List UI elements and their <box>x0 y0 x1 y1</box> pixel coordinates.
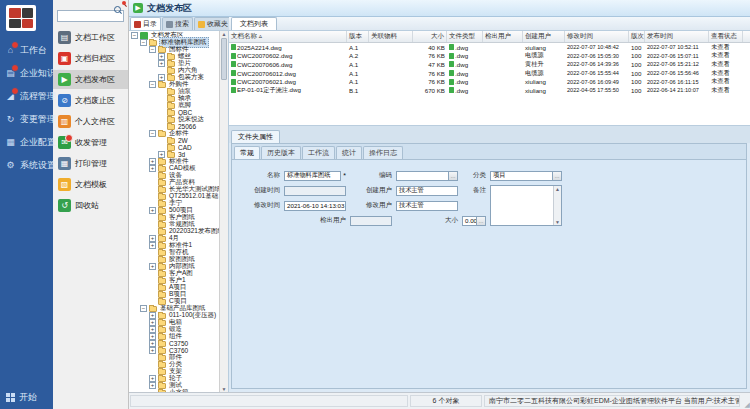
tree-node[interactable]: −外购件 <box>129 81 219 88</box>
column-header[interactable]: 文件类型 <box>447 31 483 42</box>
table-cell: 100 <box>629 70 645 77</box>
tree-expander[interactable]: + <box>149 333 156 340</box>
code-field[interactable]: … <box>396 171 458 181</box>
tree-expander[interactable]: + <box>158 74 165 81</box>
tree-node[interactable]: QBC <box>129 109 219 116</box>
tree-expander[interactable]: + <box>149 375 156 382</box>
tree-expander[interactable]: + <box>149 340 156 347</box>
column-header[interactable]: 关联物料 <box>369 31 413 42</box>
column-header[interactable]: 版次 <box>629 31 645 42</box>
tree-expander[interactable]: + <box>149 382 156 389</box>
tree-expander[interactable]: + <box>149 165 156 172</box>
tree-tab-2[interactable]: 搜索 <box>162 17 193 30</box>
tree-expander[interactable]: + <box>158 60 165 67</box>
tree-node[interactable]: 底脚 <box>129 102 219 109</box>
tree-node[interactable]: +组件 <box>129 333 219 340</box>
sidebar-item-2[interactable]: ▤企业知识库 <box>0 62 53 85</box>
size-field[interactable]: 0.00 MB… <box>462 216 486 226</box>
column-header[interactable]: 文档名称 ▵ <box>229 31 347 42</box>
column-header[interactable]: 创建用户 <box>523 31 565 42</box>
tree-expander[interactable]: + <box>158 151 165 158</box>
workspace-item-3[interactable]: ▶文档发布区 <box>53 70 128 89</box>
category-field[interactable]: 项目… <box>490 171 562 181</box>
workspace-item-2[interactable]: ▣文档归档区 <box>53 49 128 68</box>
workspace-item-6[interactable]: ✉收发管理 <box>53 133 128 152</box>
tree-expander[interactable]: + <box>149 242 156 249</box>
tree-node[interactable]: −企标件 <box>129 130 219 137</box>
table-row[interactable]: EP-01-01定子浇注.dwgB.1670 KB.dwgxiuliang202… <box>229 86 750 95</box>
tree-expander[interactable]: − <box>140 305 147 312</box>
tree-tab-1[interactable]: 目录 <box>130 17 161 30</box>
properties-sub-tab-4[interactable]: 统计 <box>336 146 362 159</box>
tree-expander[interactable]: + <box>149 347 156 354</box>
workspace-item-8[interactable]: ▧文档模板 <box>53 175 128 194</box>
tree-expander[interactable]: + <box>149 263 156 270</box>
name-field[interactable]: 标准物料库图纸 <box>284 171 341 181</box>
tree-expander[interactable]: + <box>149 312 156 319</box>
tree-expander[interactable]: + <box>149 235 156 242</box>
tree-node[interactable]: CAD <box>129 144 219 151</box>
tree-expander[interactable]: − <box>131 32 138 39</box>
scroll-thumb[interactable] <box>221 38 227 80</box>
tree-node[interactable]: +3d <box>129 151 219 158</box>
properties-sub-tab-1[interactable]: 常规 <box>234 146 260 159</box>
tree-node[interactable]: +包装方案 <box>129 74 219 81</box>
sidebar-item-4[interactable]: ↻变更管理 <box>0 108 53 131</box>
sidebar-item-1[interactable]: ⌂工作台 <box>0 39 53 62</box>
size-browse-button[interactable]: … <box>476 217 485 225</box>
tree-scrollbar[interactable]: ▲ ▼ <box>219 31 228 392</box>
tree-node[interactable]: 2W <box>129 137 219 144</box>
scroll-up-icon[interactable]: ▲ <box>222 31 227 37</box>
workspace-item-5[interactable]: ▥个人文件区 <box>53 112 128 131</box>
tree-expander[interactable]: + <box>149 158 156 165</box>
workspace-item-1[interactable]: ▤文档工作区 <box>53 28 128 47</box>
column-header[interactable]: 修改时间 <box>565 31 629 42</box>
remark-field[interactable]: ▲▼ <box>490 185 562 226</box>
remark-scrollbar[interactable]: ▲▼ <box>553 186 561 225</box>
table-row[interactable]: CWC200706012.dwgA.176 KB.dwg电缆源2022-07-0… <box>229 69 750 78</box>
properties-sub-tab-5[interactable]: 操作日志 <box>363 146 403 159</box>
table-row[interactable]: CWC200706021.dwgA.176 KB.dwgxiuliang2022… <box>229 77 750 86</box>
table-row[interactable]: CWC20070606.dwgA.147 KB.dwg黄桂升2022-07-06… <box>229 60 750 69</box>
workspace-item-7[interactable]: ▦打印管理 <box>53 154 128 173</box>
start-button[interactable]: 开始 <box>0 386 53 409</box>
tree-expander[interactable]: − <box>140 39 147 46</box>
tree-indent <box>149 200 156 207</box>
code-browse-button[interactable]: … <box>448 172 457 180</box>
tree-node[interactable]: 轴承 <box>129 95 219 102</box>
tree-tab-3[interactable]: 收藏夹 <box>194 17 232 30</box>
properties-sub-tab-3[interactable]: 工作流 <box>302 146 335 159</box>
properties-sub-tab-2[interactable]: 历史版本 <box>261 146 301 159</box>
tree-node[interactable]: +垫片 <box>129 60 219 67</box>
tab-folder-properties[interactable]: 文件夹属性 <box>231 130 280 143</box>
tree-expander[interactable]: − <box>149 81 156 88</box>
category-browse-button[interactable]: … <box>552 172 561 180</box>
table-row[interactable]: 2025A2214.dwgA.140 KB.dwgxiuliang2022-07… <box>229 43 750 52</box>
tab-doc-list[interactable]: 文档列表 <box>231 17 277 30</box>
workspace-item-4[interactable]: ⊘文档废止区 <box>53 91 128 110</box>
table-row[interactable]: CWC20070602.dwgA.276 KB.dwg电缆源2022-07-06… <box>229 52 750 61</box>
search-icon[interactable] <box>114 6 121 13</box>
sidebar-item-5[interactable]: ▦企业配置 <box>0 131 53 154</box>
tree-node[interactable]: +螺丝 <box>129 53 219 60</box>
tree-expander[interactable]: + <box>149 326 156 333</box>
column-header[interactable]: 版本 <box>347 31 369 42</box>
sidebar-item-6[interactable]: ⚙系统设置 <box>0 154 53 177</box>
column-header[interactable]: 查看状态 <box>709 31 743 42</box>
tree-node[interactable]: 悦来悦达 <box>129 116 219 123</box>
column-header[interactable]: 发布时间 <box>645 31 709 42</box>
tree-node[interactable]: 油泵 <box>129 88 219 95</box>
tree-expander[interactable]: + <box>149 207 156 214</box>
column-header[interactable]: 检出用户 <box>483 31 523 42</box>
sidebar-item-3[interactable]: ◢流程管理 <box>0 85 53 108</box>
tree-node[interactable]: 25066 <box>129 123 219 130</box>
tree-node[interactable]: 内六角 <box>129 67 219 74</box>
tree-expander[interactable]: − <box>149 46 156 53</box>
tree-expander[interactable]: + <box>149 319 156 326</box>
tree-expander[interactable]: − <box>149 130 156 137</box>
column-header[interactable]: 大小 <box>413 31 447 42</box>
tree-node[interactable]: +C3750 <box>129 340 219 347</box>
workspace-item-label: 文档模板 <box>75 179 107 190</box>
tree-expander[interactable]: + <box>158 53 165 60</box>
workspace-item-9[interactable]: ↺回收站 <box>53 196 128 215</box>
